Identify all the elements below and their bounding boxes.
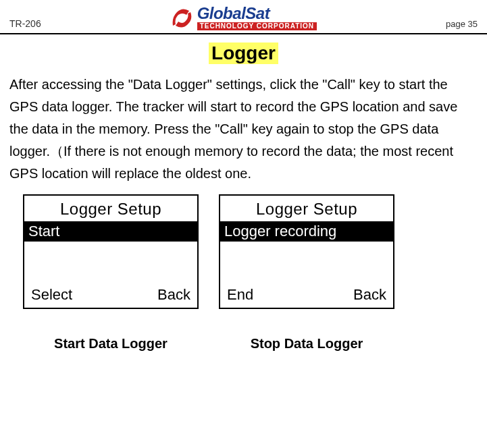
page-number: page 35: [446, 19, 478, 30]
screen-captions-row: Start Data Logger Stop Data Logger: [9, 309, 478, 352]
softkey-right: Back: [157, 286, 190, 304]
brand-name: GlobalSat: [197, 5, 317, 22]
brand-logo: GlobalSat TECHNOLOGY CORPORATION: [170, 5, 317, 30]
globalsat-logo-icon: [170, 8, 193, 28]
device-screen-stop: Logger Setup Logger recording End Back: [219, 194, 394, 309]
screen-softkeys: End Back: [220, 286, 393, 304]
brand-text: GlobalSat TECHNOLOGY CORPORATION: [197, 5, 317, 30]
softkey-left: Select: [31, 286, 72, 304]
screen-softkeys: Select Back: [24, 286, 197, 304]
page-header: TR-206 GlobalSat TECHNOLOGY CORPORATION …: [0, 0, 487, 34]
softkey-right: Back: [353, 286, 386, 304]
device-screens-row: Logger Setup Start Select Back Logger Se…: [9, 192, 478, 309]
section-title: Logger: [209, 43, 278, 64]
screen-status: Start: [24, 221, 197, 242]
body-paragraph: After accessing the "Data Logger" settin…: [9, 74, 478, 185]
screen-caption: Stop Data Logger: [219, 336, 394, 352]
screen-caption: Start Data Logger: [23, 336, 199, 352]
model-label: TR-206: [9, 18, 41, 30]
page-content: Logger After accessing the "Data Logger"…: [0, 34, 487, 352]
brand-subtitle: TECHNOLOGY CORPORATION: [197, 22, 317, 30]
screen-title: Logger Setup: [24, 196, 197, 221]
softkey-left: End: [227, 286, 253, 304]
device-screen-start: Logger Setup Start Select Back: [23, 194, 199, 309]
screen-title: Logger Setup: [220, 196, 393, 221]
screen-status: Logger recording: [220, 221, 393, 242]
section-title-container: Logger: [9, 43, 478, 64]
